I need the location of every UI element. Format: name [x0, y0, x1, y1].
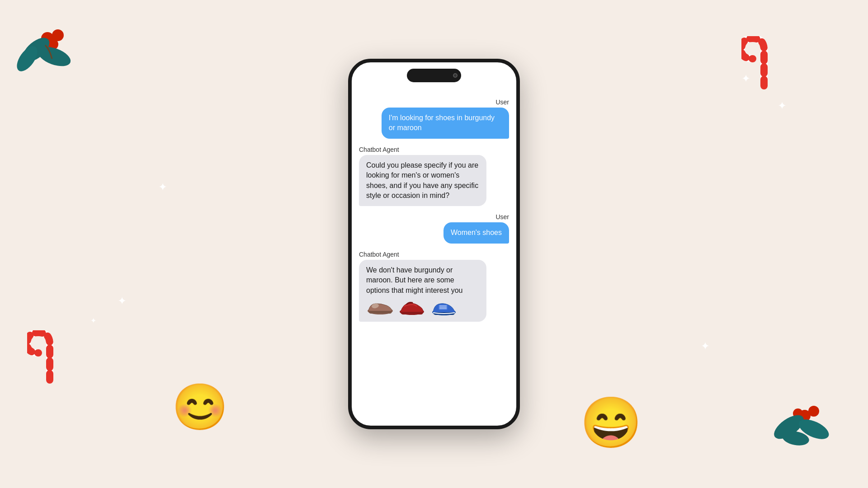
svg-point-8 — [793, 408, 803, 418]
emoji-laugh: 😄 — [580, 398, 642, 447]
sparkle-3: ✦ — [158, 181, 167, 193]
sparkle-2: ✦ — [778, 99, 787, 112]
agent-label-2: Chatbot Agent — [359, 251, 399, 258]
sparkle-6: ✦ — [90, 316, 96, 325]
agent-bubble-2: We don't have burgundy or maroon. But he… — [359, 260, 486, 322]
candy-bottom-left-decoration — [27, 330, 63, 398]
message-group-1: User I'm looking for shoes in burgundy o… — [359, 99, 509, 139]
shoe-3 — [429, 297, 458, 316]
phone-notch — [407, 69, 461, 82]
user-label-1: User — [495, 99, 509, 106]
message-group-4: Chatbot Agent We don't have burgundy or … — [359, 251, 509, 322]
svg-point-9 — [770, 410, 808, 443]
shoe-2 — [398, 297, 426, 316]
svg-point-7 — [808, 406, 819, 417]
svg-point-10 — [796, 415, 832, 443]
svg-point-1 — [52, 29, 64, 41]
holly-bottom-right-decoration — [769, 389, 841, 461]
phone-frame: User I'm looking for shoes in burgundy o… — [348, 59, 520, 429]
holly-top-left-decoration — [14, 14, 86, 86]
agent-bubble-1: Could you please specify if you are look… — [359, 155, 486, 206]
camera-dot — [453, 73, 458, 78]
sparkle-5: ✦ — [118, 295, 127, 307]
svg-point-0 — [41, 32, 54, 45]
user-bubble-1: I'm looking for shoes in burgundy or mar… — [382, 108, 509, 139]
shoe-images-row — [366, 297, 479, 316]
user-label-2: User — [495, 213, 509, 221]
message-group-2: Chatbot Agent Could you please specify i… — [359, 146, 509, 206]
emoji-smile: 😊 — [172, 384, 228, 429]
svg-point-3 — [19, 33, 54, 66]
svg-point-4 — [35, 43, 73, 70]
chat-content: User I'm looking for shoes in burgundy o… — [352, 89, 516, 426]
message-group-3: User Women's shoes — [359, 213, 509, 243]
sparkle-4: ✦ — [701, 340, 710, 352]
shoe-1 — [366, 297, 394, 316]
svg-point-11 — [781, 429, 810, 447]
phone-container: User I'm looking for shoes in burgundy o… — [348, 59, 520, 429]
agent-text-2: We don't have burgundy or maroon. But he… — [366, 266, 462, 294]
svg-point-2 — [47, 39, 58, 50]
svg-point-5 — [14, 43, 41, 75]
user-bubble-2: Women's shoes — [443, 222, 509, 243]
candy-top-right-decoration — [741, 36, 778, 103]
svg-point-6 — [799, 410, 811, 422]
agent-label-1: Chatbot Agent — [359, 146, 399, 153]
sparkle-1: ✦ — [741, 72, 750, 85]
